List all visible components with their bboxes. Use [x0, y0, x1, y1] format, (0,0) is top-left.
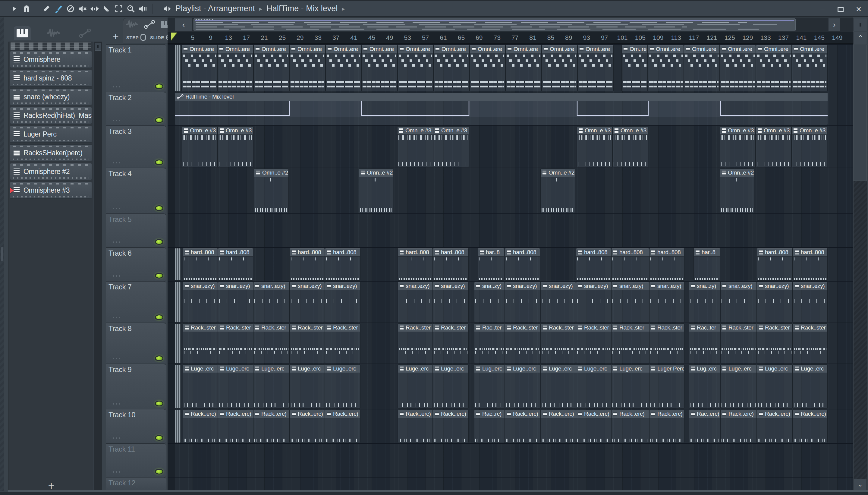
clip-menu-icon[interactable] [475, 411, 481, 416]
clip-header[interactable]: snar..ezy) [433, 282, 468, 290]
clip-menu-icon[interactable] [219, 47, 224, 52]
clip-menu-icon[interactable] [435, 47, 440, 52]
clip-header[interactable]: snar..ezy) [757, 282, 792, 290]
pattern-clip[interactable]: sna..zy) [689, 282, 720, 322]
clip-header[interactable]: hard..808 [757, 249, 792, 257]
clip-menu-icon[interactable] [757, 128, 762, 133]
clip-header[interactable]: snar..ezy) [254, 282, 289, 290]
horizontal-scrollbar[interactable]: ‹ › [168, 17, 853, 32]
clip-menu-icon[interactable] [291, 325, 296, 330]
pattern-clip[interactable]: Lug..erc [474, 364, 505, 409]
track-lane[interactable]: Rack..sterRack..sterRack..sterRack..ster… [168, 323, 853, 363]
clip-header[interactable]: Lug..erc [474, 365, 505, 373]
clip-menu-icon[interactable] [399, 411, 404, 416]
pattern-item[interactable]: Luger Perc [10, 126, 92, 142]
clip-menu-icon[interactable] [722, 411, 727, 416]
pattern-clip[interactable]: snar..ezy) [433, 282, 469, 322]
pattern-clip[interactable]: Luge..erc [720, 364, 757, 409]
horizontal-scroll-handle[interactable] [193, 18, 796, 31]
pattern-clip[interactable]: Omn..e #2 [720, 169, 754, 213]
clip-header[interactable]: Lug..erc [689, 365, 720, 373]
track-header[interactable]: Track 8 [106, 323, 167, 363]
clip-header[interactable]: Om..re [622, 45, 647, 53]
add-arrangement-button[interactable]: + [109, 30, 122, 43]
track-header[interactable]: Track 2 [106, 92, 167, 125]
clip-menu-icon[interactable] [690, 411, 695, 416]
clip-menu-icon[interactable] [651, 325, 656, 330]
clip-header[interactable]: HalfTime - Mix level [175, 93, 828, 101]
clip-menu-icon[interactable] [184, 284, 189, 289]
picker-scroll-handle[interactable] [95, 43, 101, 51]
clip-header[interactable]: Luge..erc [576, 365, 611, 373]
clip-menu-icon[interactable] [722, 325, 727, 330]
pattern-clip[interactable]: Rack..ster [576, 323, 611, 363]
clip-menu-icon[interactable] [435, 128, 440, 133]
pattern-clip[interactable]: Luge..erc [433, 364, 469, 409]
track-lane[interactable]: Luge..ercLuge..ercLuge..ercLuge..ercLuge… [168, 363, 853, 409]
pattern-clip[interactable]: snar..ezy) [253, 282, 290, 322]
pattern-clip[interactable]: Luge..erc [398, 364, 433, 409]
clip-header[interactable]: Omni..ere [254, 45, 289, 53]
clip-header[interactable]: Rack..erc) [576, 410, 611, 418]
pattern-clip[interactable]: Rack..erc) [505, 410, 541, 443]
pattern-clip[interactable]: Rack..ster [183, 323, 218, 363]
clip-header[interactable]: Rack..ster [505, 324, 540, 332]
pattern-item[interactable]: RacksRed(hiHat)_Master [10, 107, 92, 124]
clip-header[interactable]: hard..808 [505, 249, 540, 257]
clip-header[interactable]: Omni..ere [756, 45, 792, 53]
clip-menu-icon[interactable] [326, 411, 331, 416]
clip-menu-icon[interactable] [507, 47, 512, 52]
minimize-button[interactable]: – [817, 4, 828, 15]
track-mute-led[interactable] [155, 159, 163, 165]
pattern-clip[interactable]: Rack..ster [757, 323, 793, 363]
pattern-clip[interactable]: Rac..ter [689, 323, 720, 363]
pattern-clip[interactable]: Lug..erc [689, 364, 720, 409]
clip-header[interactable]: Rack..ster [325, 324, 360, 332]
clip-header[interactable]: Rac..ter [689, 324, 720, 332]
pattern-clip[interactable]: Rack..erc) [793, 410, 828, 443]
pattern-clip[interactable]: har..8 [694, 248, 720, 281]
clip-header[interactable]: Omn..e #3 [756, 126, 791, 135]
pattern-clip[interactable]: Rack..erc) [325, 410, 361, 443]
clip-menu-icon[interactable] [434, 250, 439, 255]
scroll-up-button[interactable]: ⌃ [853, 32, 867, 44]
pattern-clip[interactable]: hard..808 [757, 248, 793, 281]
clip-header[interactable]: Omni..ere [470, 45, 505, 53]
timeline-ruler[interactable]: 5913172125293337414549535761656973778185… [168, 32, 853, 44]
clip-header[interactable]: snar..ezy) [611, 282, 649, 290]
track-lane[interactable]: Rack..erc)Rack..erc)Rack..erc)Rack..erc)… [168, 409, 853, 443]
clip-header[interactable]: snar..ezy) [541, 282, 576, 290]
clip-header[interactable]: Rack..erc) [433, 410, 468, 418]
clip-menu-icon[interactable] [220, 325, 225, 330]
pattern-clip[interactable]: Rack..erc) [611, 410, 649, 443]
pattern-menu-icon[interactable] [13, 74, 20, 82]
pattern-clip[interactable]: Omni..ere [720, 45, 756, 91]
clip-header[interactable]: Luge..erc [218, 365, 253, 373]
clip-menu-icon[interactable] [399, 325, 404, 330]
pattern-clip[interactable]: sna..zy) [474, 282, 505, 322]
pattern-clip[interactable]: Rac..ter [474, 323, 505, 363]
pattern-clip[interactable]: Omni..ere [361, 45, 398, 91]
clip-header[interactable]: snar..ezy) [793, 282, 827, 290]
pattern-menu-icon[interactable] [13, 168, 20, 175]
pattern-clip[interactable]: Rack..erc) [290, 410, 325, 443]
clip-header[interactable]: hard..808 [325, 249, 360, 257]
pattern-clip[interactable]: Omni..ere [326, 45, 361, 91]
clip-menu-icon[interactable] [542, 411, 547, 416]
clip-header[interactable]: Rack..ster [649, 324, 684, 332]
track-mute-led[interactable] [155, 239, 163, 245]
clip-header[interactable]: hard..808 [183, 249, 218, 257]
track-lane[interactable] [168, 443, 853, 477]
clip-header[interactable]: snar..ezy) [183, 282, 218, 290]
track-options-dots[interactable] [113, 162, 122, 164]
track-options-dots[interactable] [113, 317, 122, 318]
mute-tool-icon[interactable] [76, 3, 89, 15]
clip-menu-icon[interactable] [399, 250, 404, 255]
clip-header[interactable]: hard..808 [433, 249, 468, 257]
pattern-item[interactable]: snare (wheezy) [10, 88, 92, 105]
clip-header[interactable]: hard..808 [793, 249, 827, 257]
clip-header[interactable]: sna..zy) [689, 282, 720, 290]
pattern-clip[interactable]: snar..ezy) [541, 282, 576, 322]
pencil-draw-icon[interactable] [40, 3, 52, 15]
clip-header[interactable]: snar..ezy) [398, 282, 433, 290]
